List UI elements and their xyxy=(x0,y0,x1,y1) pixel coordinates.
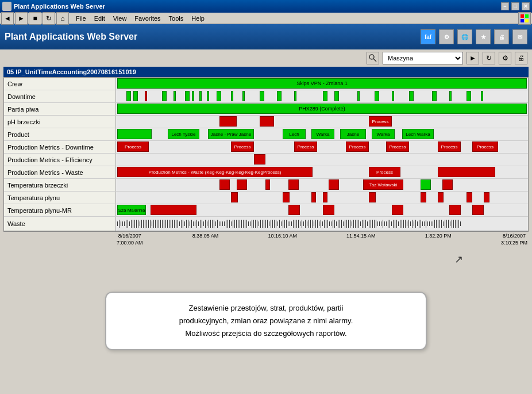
waste-tick xyxy=(376,220,376,228)
pmd-seg5: Process xyxy=(386,141,409,152)
waste-tick xyxy=(372,220,373,228)
dt-seg22 xyxy=(432,91,437,101)
waste-tick xyxy=(286,220,287,228)
timeline-time-5: 3:10:25 PM xyxy=(501,240,527,247)
refresh-button[interactable]: ↻ xyxy=(43,12,55,25)
menu-file[interactable]: File xyxy=(72,14,90,23)
waste-tick xyxy=(241,220,242,228)
timeline-ticks: 8/16/2007 7:00:00 AM 8:38:05 AM 10:16:10… xyxy=(115,233,529,246)
row-data-partia[interactable]: PHX289 (Complete) xyxy=(116,103,528,115)
waste-tick xyxy=(395,220,395,228)
tp-seg6 xyxy=(421,192,426,202)
row-data-tp[interactable] xyxy=(116,192,528,204)
menu-edit[interactable]: Edit xyxy=(91,14,109,23)
go-button[interactable]: ► xyxy=(467,52,479,64)
row-data-tb[interactable]: Taz Wstawski xyxy=(116,179,528,191)
waste-tick xyxy=(290,221,290,226)
stop-button[interactable]: ■ xyxy=(29,12,41,25)
svg-line-5 xyxy=(373,59,376,62)
menu-view[interactable]: View xyxy=(110,14,130,23)
waste-tick xyxy=(221,221,221,226)
waste-tick xyxy=(452,220,452,228)
row-data-waste[interactable] xyxy=(116,217,528,231)
back-button[interactable]: ◄ xyxy=(1,12,14,25)
home-button[interactable]: ⌂ xyxy=(56,12,69,25)
waste-tick xyxy=(283,220,283,228)
row-data-downtime[interactable] xyxy=(116,90,528,102)
waste-tick xyxy=(209,220,209,228)
row-data-ph[interactable]: Process xyxy=(116,116,528,128)
forward-button[interactable]: ► xyxy=(15,12,28,25)
waste-tick xyxy=(267,220,268,228)
machine-dropdown[interactable]: Maszyna xyxy=(383,52,463,64)
title-bar: Plant Applications Web Server − □ ✕ xyxy=(0,0,532,13)
row-data-pme[interactable] xyxy=(116,154,528,166)
header-icon-3[interactable]: 🌐 xyxy=(457,29,472,44)
header-icon-6[interactable]: ✉ xyxy=(512,29,527,44)
pmd-seg2: Process xyxy=(231,141,254,152)
waste-tick xyxy=(119,220,119,228)
timeline-time-1: 8:38:05 AM xyxy=(192,233,219,240)
waste-tick xyxy=(314,221,314,226)
settings-button[interactable]: ⚙ xyxy=(499,52,511,64)
waste-tick xyxy=(155,220,156,228)
waste-tick xyxy=(343,221,344,226)
header-icon-2[interactable]: ⚙ xyxy=(439,29,454,44)
close-button[interactable]: ✕ xyxy=(522,2,530,10)
dt-seg19 xyxy=(375,91,379,101)
waste-tick xyxy=(196,220,197,228)
waste-tick xyxy=(159,220,159,228)
report-title: 05 IP_UnitTimeAccounting20070816151019 xyxy=(7,68,136,75)
menu-favorites[interactable]: Favorites xyxy=(131,14,164,23)
search-icon[interactable] xyxy=(367,52,379,64)
menu-help[interactable]: Help xyxy=(188,14,208,23)
waste-tick xyxy=(264,220,264,228)
waste-ticks xyxy=(116,217,528,231)
row-data-tpmr[interactable]: Sza Małarnia xyxy=(116,204,528,216)
timeline-time-4: 1:32:20 PM xyxy=(425,233,452,240)
waste-tick xyxy=(152,221,152,226)
waste-tick xyxy=(317,220,318,228)
waste-tick xyxy=(302,220,302,228)
waste-tick xyxy=(457,220,457,228)
tp-seg5 xyxy=(369,192,376,202)
print-button[interactable]: 🖨 xyxy=(515,52,527,64)
menu-tools[interactable]: Tools xyxy=(165,14,187,23)
waste-tick xyxy=(165,220,166,228)
waste-tick xyxy=(438,220,438,228)
prod-seg2: Lech Tyskie xyxy=(168,129,199,139)
row-data-pmd[interactable]: Process Process Process Process Process … xyxy=(116,141,528,153)
waste-tick xyxy=(262,220,263,228)
waste-tick xyxy=(176,220,176,228)
header-icon-5[interactable]: 🖨 xyxy=(494,29,509,44)
waste-tick xyxy=(433,221,433,226)
row-data-crew[interactable]: Skips VPN - Zmiana 1 xyxy=(116,78,528,90)
waste-tick xyxy=(429,221,430,226)
minimize-button[interactable]: − xyxy=(501,2,509,10)
prod-seg3: Jasne - Praw Jasne xyxy=(208,129,254,139)
refresh-ctrl-button[interactable]: ↻ xyxy=(483,52,495,64)
dt-seg7 xyxy=(192,91,194,101)
waste-tick xyxy=(217,220,218,228)
row-data-product[interactable]: Lech Tyskie Jasne - Praw Jasne Lech Wark… xyxy=(116,128,528,140)
waste-tick xyxy=(222,221,223,226)
waste-tick xyxy=(312,220,313,228)
ph-seg2 xyxy=(260,116,274,127)
row-label-pmw: Production Metrics - Waste xyxy=(4,166,116,178)
waste-tick xyxy=(181,220,182,228)
prod-seg7: Warka xyxy=(372,129,395,139)
waste-tick xyxy=(126,220,126,228)
waste-tick xyxy=(388,220,388,228)
header-icon-4[interactable]: ★ xyxy=(476,29,491,44)
row-data-pmw[interactable]: Production Metrics - Waste (Keg-Keg-Keg-… xyxy=(116,166,528,178)
timeline-entry-0: 8/16/2007 7:00:00 AM xyxy=(117,233,143,246)
header-icon-1[interactable]: faf xyxy=(421,29,435,44)
row-label-downtime: Downtime xyxy=(4,90,116,102)
windows-button[interactable] xyxy=(518,12,531,25)
dt-seg3 xyxy=(145,91,147,101)
waste-tick xyxy=(212,220,213,228)
waste-tick xyxy=(355,220,356,228)
row-label-partia: Partia piwa xyxy=(4,103,116,115)
maximize-button[interactable]: □ xyxy=(511,2,519,10)
app-title: Plant Applications Web Server xyxy=(5,32,137,42)
